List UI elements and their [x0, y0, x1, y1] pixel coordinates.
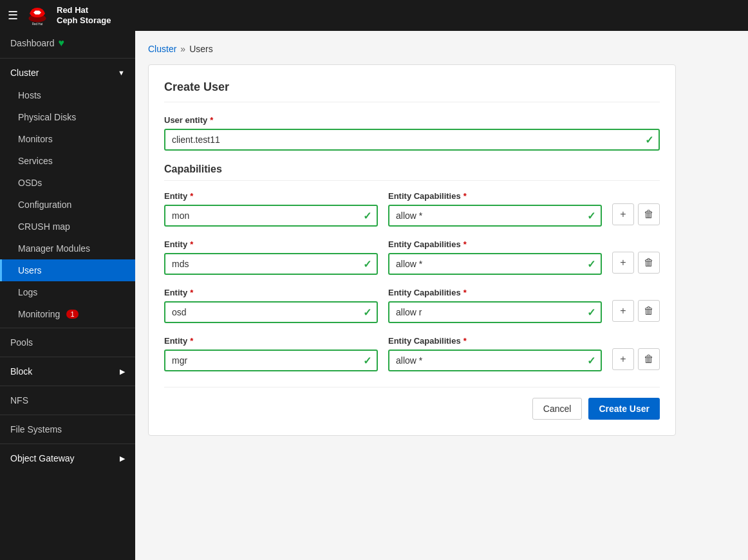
entity-col-2: Entity * ✓ [164, 288, 378, 323]
add-capability-button-0[interactable]: + [612, 203, 634, 225]
sidebar-services-label: Services [18, 156, 53, 166]
sidebar-item-physical-disks[interactable]: Physical Disks [0, 106, 135, 128]
card-footer: Cancel Create User [164, 387, 660, 420]
entity-cap-label-2: Entity Capabilities * [388, 288, 602, 297]
entity-col-0: Entity * ✓ [164, 191, 378, 227]
add-capability-button-1[interactable]: + [612, 252, 634, 274]
sidebar-item-pools[interactable]: Pools [0, 331, 135, 354]
sidebar-item-configuration[interactable]: Configuration [0, 194, 135, 216]
breadcrumb-cluster[interactable]: Cluster [148, 44, 176, 54]
entity-input-0[interactable] [164, 205, 378, 227]
entity-cap-valid-icon-0: ✓ [587, 210, 595, 222]
nfs-label: NFS [10, 395, 28, 406]
entity-input-wrapper-2: ✓ [164, 301, 378, 323]
cluster-chevron: ▼ [118, 69, 125, 77]
sidebar: Dashboard ♥ Cluster ▼ Hosts Physical Dis… [0, 31, 135, 560]
add-capability-button-2[interactable]: + [612, 300, 634, 322]
entity-valid-icon-1: ✓ [363, 258, 371, 270]
sidebar-hosts-label: Hosts [18, 90, 41, 100]
main-content: Cluster » Users Create User User entity … [135, 31, 748, 560]
create-user-card: Create User User entity * ✓ Capabilities [148, 64, 676, 436]
delete-capability-button-2[interactable]: 🗑 [638, 300, 660, 322]
capability-row-1: Entity * ✓ Entity Capabilities * [164, 239, 660, 275]
cancel-button[interactable]: Cancel [532, 398, 583, 420]
entity-cap-label-0: Entity Capabilities * [388, 191, 602, 201]
entity-valid-icon-3: ✓ [363, 355, 371, 367]
breadcrumb-current: Users [189, 44, 213, 54]
entity-input-3[interactable] [164, 350, 378, 371]
sidebar-users-label: Users [18, 265, 42, 275]
entity-input-wrapper-1: ✓ [164, 253, 378, 275]
sidebar-item-monitors[interactable]: Monitors [0, 128, 135, 150]
block-chevron: ▶ [120, 368, 125, 376]
object-gateway-label: Object Gateway [10, 453, 75, 463]
capability-actions-0: + 🗑 [612, 203, 660, 227]
entity-cap-input-wrapper-0: ✓ [388, 205, 602, 227]
heart-icon: ♥ [59, 37, 65, 49]
breadcrumb-separator: » [180, 44, 185, 54]
capability-actions-2: + 🗑 [612, 300, 660, 323]
entity-label-3: Entity * [164, 336, 378, 346]
sidebar-monitoring-label: Monitoring [18, 309, 60, 319]
sidebar-item-dashboard[interactable]: Dashboard ♥ [0, 31, 135, 55]
sidebar-item-monitoring[interactable]: Monitoring 1 [0, 303, 135, 325]
delete-capability-button-3[interactable]: 🗑 [638, 348, 660, 370]
sidebar-item-osds[interactable]: OSDs [0, 172, 135, 194]
user-entity-label: User entity * [164, 115, 660, 125]
add-capability-button-3[interactable]: + [612, 348, 634, 370]
capability-row-0: Entity * ✓ Entity Capabilities * [164, 191, 660, 227]
entity-cap-input-1[interactable] [388, 253, 602, 275]
capability-row-3: Entity * ✓ Entity Capabilities * [164, 336, 660, 371]
card-title: Create User [164, 80, 660, 102]
sidebar-logs-label: Logs [18, 287, 37, 297]
capability-actions-1: + 🗑 [612, 252, 660, 275]
sidebar-item-hosts[interactable]: Hosts [0, 84, 135, 106]
entity-input-2[interactable] [164, 301, 378, 323]
sidebar-object-gateway-header[interactable]: Object Gateway ▶ [0, 447, 135, 470]
file-systems-label: File Systems [10, 424, 62, 434]
entity-input-1[interactable] [164, 253, 378, 275]
sidebar-item-manager-modules[interactable]: Manager Modules [0, 238, 135, 259]
entity-valid-icon-0: ✓ [363, 210, 371, 222]
entity-cap-col-0: Entity Capabilities * ✓ [388, 191, 602, 227]
sidebar-item-nfs[interactable]: NFS [0, 389, 135, 412]
entity-cap-valid-icon-1: ✓ [587, 258, 595, 270]
entity-input-wrapper-0: ✓ [164, 205, 378, 227]
sidebar-item-services[interactable]: Services [0, 150, 135, 172]
entity-cap-input-wrapper-2: ✓ [388, 301, 602, 323]
delete-capability-button-1[interactable]: 🗑 [638, 252, 660, 274]
sidebar-divider-5 [0, 415, 135, 415]
sidebar-item-users[interactable]: Users [0, 259, 135, 281]
hamburger-menu[interactable]: ☰ [8, 8, 18, 23]
entity-col-3: Entity * ✓ [164, 336, 378, 371]
entity-cap-col-1: Entity Capabilities * ✓ [388, 239, 602, 275]
delete-capability-button-0[interactable]: 🗑 [638, 203, 660, 225]
entity-label-2: Entity * [164, 288, 378, 297]
capabilities-title: Capabilities [164, 163, 660, 181]
user-entity-input[interactable] [164, 129, 660, 151]
create-user-button[interactable]: Create User [588, 398, 660, 420]
entity-cap-input-3[interactable] [388, 350, 602, 371]
sidebar-block-header[interactable]: Block ▶ [0, 360, 135, 383]
monitoring-badge: 1 [66, 310, 78, 319]
sidebar-item-file-systems[interactable]: File Systems [0, 418, 135, 441]
entity-cap-input-2[interactable] [388, 301, 602, 323]
sidebar-configuration-label: Configuration [18, 200, 71, 210]
entity-valid-icon-2: ✓ [363, 306, 371, 319]
entity-cap-input-0[interactable] [388, 205, 602, 227]
sidebar-item-crush-map[interactable]: CRUSH map [0, 216, 135, 238]
sidebar-physical-disks-label: Physical Disks [18, 112, 76, 122]
entity-cap-label-1: Entity Capabilities * [388, 239, 602, 249]
sidebar-cluster-header[interactable]: Cluster ▼ [0, 61, 135, 84]
object-gateway-chevron: ▶ [120, 454, 125, 463]
pools-label: Pools [10, 337, 33, 348]
required-marker: * [210, 115, 213, 125]
entity-cap-col-2: Entity Capabilities * ✓ [388, 288, 602, 323]
cluster-label: Cluster [10, 68, 39, 78]
user-entity-input-wrapper: ✓ [164, 129, 660, 151]
sidebar-divider-4 [0, 386, 135, 386]
entity-cap-valid-icon-2: ✓ [587, 306, 595, 319]
sidebar-divider-3 [0, 357, 135, 357]
redhat-logo: Red Hat [26, 4, 49, 27]
sidebar-item-logs[interactable]: Logs [0, 281, 135, 303]
